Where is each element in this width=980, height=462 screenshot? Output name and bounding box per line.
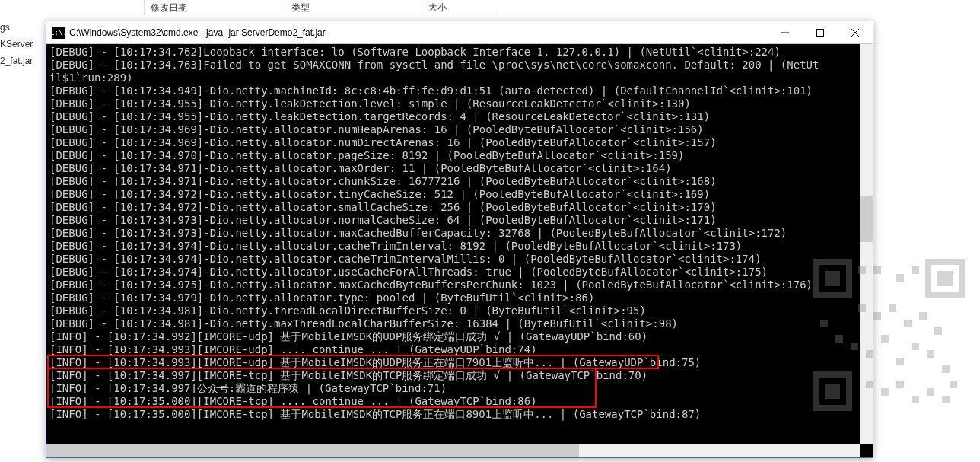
svg-rect-25 xyxy=(896,358,904,365)
window-title: C:\Windows\System32\cmd.exe - java -jar … xyxy=(69,27,768,38)
scrollbar-thumb[interactable] xyxy=(860,196,873,242)
svg-rect-31 xyxy=(881,388,889,396)
scrollbar-horizontal[interactable] xyxy=(46,444,860,457)
svg-rect-7 xyxy=(937,271,953,286)
titlebar[interactable]: C:\. C:\Windows\System32\cmd.exe - java … xyxy=(46,21,873,44)
window-controls xyxy=(768,21,873,43)
svg-rect-12 xyxy=(896,274,904,282)
log-line: [DEBUG] - [10:17:34.969]-Dio.netty.alloc… xyxy=(49,123,870,136)
svg-rect-11 xyxy=(873,266,881,274)
cmd-icon: C:\. xyxy=(52,27,65,39)
log-line: [INFO] - [10:17:34.993][IMCORE-udp] ....… xyxy=(49,343,870,356)
explorer-column-headers: 修改日期 类型 大小 xyxy=(0,0,980,15)
log-line: [DEBUG] - [10:17:34.975]-Dio.netty.alloc… xyxy=(49,279,870,292)
log-line: [DEBUG] - [10:17:34.955]-Dio.netty.leakD… xyxy=(49,110,870,123)
terminal-output[interactable]: [DEBUG] - [10:17:34.762]Loopback interfa… xyxy=(46,44,873,457)
explorer-items-partial: gs KServer 2_fat.jar xyxy=(0,19,33,69)
svg-rect-6 xyxy=(928,262,962,295)
log-line: [DEBUG] - [10:17:34.981]-Dio.netty.threa… xyxy=(49,304,870,317)
svg-rect-26 xyxy=(912,343,919,350)
svg-rect-17 xyxy=(904,320,912,327)
log-line: [INFO] - [10:17:34.997]公众号:霸道的程序猿 | (Gat… xyxy=(49,382,870,395)
svg-rect-27 xyxy=(927,350,934,358)
scrollbar-vertical[interactable] xyxy=(860,44,873,444)
svg-rect-33 xyxy=(912,396,919,403)
svg-rect-35 xyxy=(942,396,950,403)
col-type[interactable]: 类型 xyxy=(285,0,422,15)
list-item[interactable]: 2_fat.jar xyxy=(0,53,33,69)
svg-rect-19 xyxy=(934,327,942,335)
list-item[interactable]: KServer xyxy=(0,36,33,53)
log-line: [DEBUG] - [10:17:34.974]-Dio.netty.alloc… xyxy=(49,266,870,279)
log-line: [DEBUG] - [10:17:34.979]-Dio.netty.alloc… xyxy=(49,292,870,304)
log-line: [INFO] - [10:17:34.997][IMCORE-tcp] 基于Mo… xyxy=(49,369,870,382)
log-line: il$1`run:289) xyxy=(49,72,870,84)
svg-rect-28 xyxy=(942,365,950,373)
log-line: [DEBUG] - [10:17:34.972]-Dio.netty.alloc… xyxy=(49,188,870,201)
svg-rect-24 xyxy=(881,335,889,343)
scrollbar-thumb[interactable] xyxy=(46,444,579,457)
svg-rect-13 xyxy=(912,266,919,274)
log-line: [DEBUG] - [10:17:34.974]-Dio.netty.alloc… xyxy=(49,253,870,266)
cmd-window: C:\. C:\Windows\System32\cmd.exe - java … xyxy=(46,21,873,458)
svg-rect-29 xyxy=(950,381,957,388)
maximize-button[interactable] xyxy=(803,21,838,43)
log-line: [DEBUG] - [10:17:34.974]-Dio.netty.alloc… xyxy=(49,240,870,253)
svg-rect-34 xyxy=(927,388,934,396)
log-line: [DEBUG] - [10:17:34.981]-Dio.netty.maxTh… xyxy=(49,317,870,330)
log-line: [DEBUG] - [10:17:34.949]-Dio.netty.machi… xyxy=(49,84,870,97)
log-line: [DEBUG] - [10:17:34.972]-Dio.netty.alloc… xyxy=(49,201,870,214)
log-line: [INFO] - [10:17:35.000][IMCORE-tcp] ....… xyxy=(49,395,870,408)
log-line: [DEBUG] - [10:17:34.762]Loopback interfa… xyxy=(49,46,870,59)
col-size[interactable]: 大小 xyxy=(422,0,498,15)
col-name[interactable] xyxy=(0,0,145,15)
log-line: [DEBUG] - [10:17:34.971]-Dio.netty.alloc… xyxy=(49,175,870,188)
col-date[interactable]: 修改日期 xyxy=(145,0,285,15)
log-line: [DEBUG] - [10:17:34.971]-Dio.netty.alloc… xyxy=(49,162,870,175)
log-line: [DEBUG] - [10:17:34.763]Failed to get SO… xyxy=(49,59,870,72)
log-line: [DEBUG] - [10:17:34.973]-Dio.netty.alloc… xyxy=(49,214,870,227)
log-line: [INFO] - [10:17:34.993][IMCORE-udp] 基于Mo… xyxy=(49,356,870,369)
svg-rect-32 xyxy=(896,381,904,388)
log-line: [DEBUG] - [10:17:34.973]-Dio.netty.alloc… xyxy=(49,227,870,240)
close-button[interactable] xyxy=(838,21,873,43)
log-line: [DEBUG] - [10:17:34.970]-Dio.netty.alloc… xyxy=(49,149,870,162)
list-item[interactable]: gs xyxy=(0,19,33,36)
svg-rect-18 xyxy=(919,312,927,320)
svg-rect-15 xyxy=(873,312,881,320)
log-line: [DEBUG] - [10:17:34.969]-Dio.netty.alloc… xyxy=(49,136,870,149)
svg-rect-1 xyxy=(817,29,824,36)
log-line: [DEBUG] - [10:17:34.955]-Dio.netty.leakD… xyxy=(49,97,870,110)
log-line: [INFO] - [10:17:35.000][IMCORE-tcp] 基于Mo… xyxy=(49,408,870,421)
minimize-button[interactable] xyxy=(768,21,803,43)
svg-rect-16 xyxy=(889,304,896,312)
log-line: [INFO] - [10:17:34.992][IMCORE-udp] 基于Mo… xyxy=(49,330,870,343)
